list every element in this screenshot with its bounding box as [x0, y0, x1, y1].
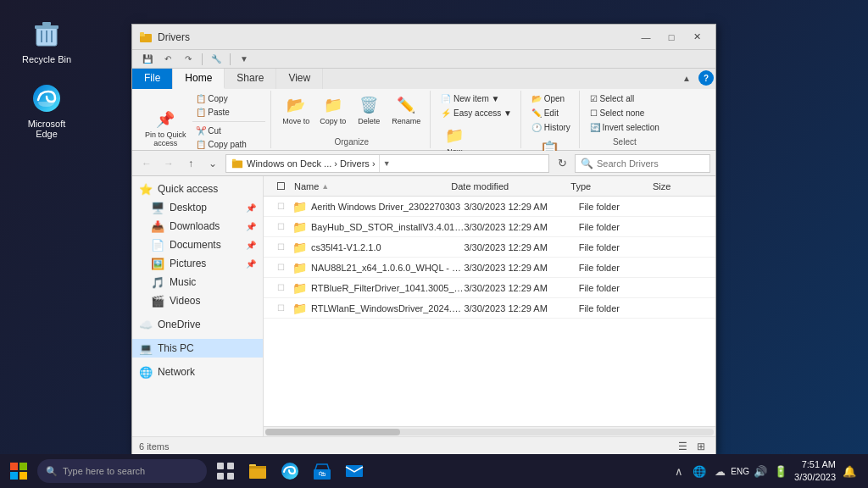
language-tray-icon[interactable]: ENG: [732, 463, 748, 480]
minimize-button[interactable]: —: [634, 28, 658, 47]
onedrive-tray-icon[interactable]: ☁: [711, 463, 728, 480]
store-taskbar-button[interactable]: 🛍: [307, 456, 337, 486]
invert-selection-button[interactable]: 🔄 Invert selection: [587, 121, 663, 134]
refresh-button[interactable]: ↻: [553, 154, 571, 173]
mail-taskbar-button[interactable]: [339, 456, 370, 486]
qa-undo-button[interactable]: ↶: [159, 52, 176, 67]
nav-music[interactable]: 🎵 Music: [132, 273, 263, 291]
header-checkbox[interactable]: ☐: [276, 180, 286, 192]
taskbar-search-icon: 🔍: [46, 466, 58, 477]
nav-downloads[interactable]: 📥 Downloads 📌: [132, 217, 263, 236]
nav-this-pc[interactable]: 💻 This PC: [132, 339, 263, 358]
battery-tray-icon[interactable]: 🔋: [772, 463, 789, 480]
qa-properties-button[interactable]: 🔧: [208, 52, 225, 67]
rename-button[interactable]: ✏️ Rename: [387, 92, 425, 128]
details-view-button[interactable]: ☰: [675, 439, 690, 454]
svg-rect-13: [19, 463, 27, 470]
desktop-nav-icon: 🖥️: [151, 201, 164, 214]
window-title: Drivers: [158, 31, 190, 43]
select-none-button[interactable]: ☐ Select none: [587, 107, 648, 119]
address-dropdown-button[interactable]: ▼: [379, 155, 394, 172]
nav-documents[interactable]: 📄 Documents 📌: [132, 236, 263, 254]
task-view-button[interactable]: [210, 456, 241, 486]
address-box[interactable]: Windows on Deck ... › Drivers › ▼: [225, 154, 549, 173]
maximize-button[interactable]: □: [659, 28, 683, 47]
table-row[interactable]: ☐ 📁 cs35l41-V1.2.1.0 3/30/2023 12:29 AM …: [264, 237, 715, 258]
col-type-header[interactable]: Type: [567, 176, 649, 196]
table-row[interactable]: ☐ 📁 NAU88L21_x64_1.0.6.0_WHQL - DUA ... …: [264, 258, 715, 278]
qa-save-button[interactable]: 💾: [139, 52, 156, 67]
start-button[interactable]: [3, 456, 34, 486]
table-row[interactable]: ☐ 📁 RTLWlanE_WindowsDriver_2024.0.10.1..…: [264, 298, 715, 319]
nav-desktop[interactable]: 🖥️ Desktop 📌: [132, 198, 263, 217]
notification-button[interactable]: 🔔: [841, 463, 858, 480]
table-row[interactable]: ☐ 📁 Aerith Windows Driver_2302270303 3/3…: [264, 197, 715, 217]
svg-rect-2: [42, 22, 51, 25]
copy-button[interactable]: 📋 Copy: [192, 92, 266, 105]
large-icons-view-button[interactable]: ⊞: [693, 439, 709, 454]
ribbon-help-button[interactable]: ?: [698, 70, 714, 86]
table-row[interactable]: ☐ 📁 BayHub_SD_STOR_installV3.4.01.89_W..…: [264, 217, 715, 237]
organize-group: 📂 Move to 📁 Copy to 🗑️ Delete ✏️: [273, 91, 431, 148]
new-item-button[interactable]: 📄 New item ▼: [437, 92, 503, 105]
taskbar-clock[interactable]: 7:51 AM 3/30/2023: [794, 458, 836, 485]
qa-customize-button[interactable]: ▼: [236, 52, 253, 67]
select-all-button[interactable]: ☑ Select all: [587, 92, 637, 105]
ribbon-minimize-button[interactable]: ▲: [678, 70, 695, 86]
nav-videos[interactable]: 🎬 Videos: [132, 291, 263, 310]
cut-button[interactable]: ✂️ Cut: [192, 125, 266, 137]
edge-taskbar-button[interactable]: [275, 456, 305, 486]
nav-pictures[interactable]: 🖼️ Pictures 📌: [132, 254, 263, 273]
easy-access-button[interactable]: ⚡ Easy access ▼: [437, 107, 515, 119]
recycle-bin-icon[interactable]: Recycle Bin: [17, 17, 76, 64]
select-group: ☑ Select all ☐ Select none 🔄 Invert sele…: [581, 91, 668, 148]
col-name-header[interactable]: Name ▲: [291, 176, 448, 196]
ribbon-content: 📌 Pin to Quickaccess 📋 Copy 📋 Paste ✂️ C…: [132, 89, 715, 150]
row-checkbox-2[interactable]: ☐: [270, 242, 291, 252]
tab-file[interactable]: File: [132, 69, 173, 89]
edge-icon[interactable]: MicrosoftEdge: [17, 81, 76, 139]
row-checkbox-0[interactable]: ☐: [270, 202, 291, 211]
system-tray: ∧ 🌐 ☁ ENG 🔊 🔋: [670, 463, 789, 480]
history-button[interactable]: 🕐 History: [528, 121, 574, 134]
edit-button[interactable]: ✏️ Edit: [528, 107, 562, 119]
nav-network[interactable]: 🌐 Network: [132, 363, 263, 381]
search-input[interactable]: [597, 158, 714, 169]
up-button[interactable]: ↑: [181, 154, 200, 173]
volume-tray-icon[interactable]: 🔊: [752, 463, 769, 480]
row-checkbox-1[interactable]: ☐: [270, 222, 291, 231]
nav-quick-access[interactable]: ⭐ Quick access: [132, 180, 263, 198]
tab-home[interactable]: Home: [173, 69, 225, 89]
row-checkbox-3[interactable]: ☐: [270, 263, 291, 272]
network-tray-icon[interactable]: 🌐: [691, 463, 708, 480]
horizontal-scrollbar[interactable]: [264, 426, 715, 436]
forward-button[interactable]: →: [159, 154, 178, 173]
file-date-2: 3/30/2023 12:29 AM: [464, 242, 578, 252]
show-hidden-icons-button[interactable]: ∧: [670, 463, 687, 480]
paste-button[interactable]: 📋 Paste: [192, 106, 266, 119]
file-name-0: Aerith Windows Driver_2302270303: [311, 202, 464, 212]
copy-path-button[interactable]: 📋 Copy path: [192, 138, 266, 151]
tab-view[interactable]: View: [276, 69, 323, 89]
table-row[interactable]: ☐ 📁 RTBlueR_FilterDriver_1041.3005_1201.…: [264, 278, 715, 298]
copy-to-button[interactable]: 📁 Copy to: [315, 92, 350, 128]
back-button[interactable]: ←: [137, 154, 156, 173]
recent-locations-button[interactable]: ⌄: [203, 154, 222, 173]
file-list-header: ☐ Name ▲ Date modified Type Size: [264, 176, 715, 197]
taskbar-search-text: Type here to search: [63, 466, 145, 476]
search-box[interactable]: 🔍: [575, 154, 710, 173]
tab-share[interactable]: Share: [225, 69, 276, 89]
row-checkbox-5[interactable]: ☐: [270, 303, 291, 313]
delete-button[interactable]: 🗑️ Delete: [352, 92, 386, 128]
move-to-button[interactable]: 📂 Move to: [278, 92, 314, 128]
col-date-header[interactable]: Date modified: [448, 176, 567, 196]
file-explorer-taskbar-button[interactable]: [242, 456, 273, 486]
col-size-header[interactable]: Size: [649, 176, 709, 196]
nav-onedrive[interactable]: ☁️ OneDrive: [132, 315, 263, 334]
taskbar-search[interactable]: 🔍 Type here to search: [37, 459, 207, 483]
close-button[interactable]: ✕: [685, 28, 709, 47]
desktop-icons: Recycle Bin MicrosoftEdge: [17, 17, 76, 139]
row-checkbox-4[interactable]: ☐: [270, 283, 291, 292]
open-button[interactable]: 📂 Open: [528, 92, 568, 105]
qa-redo-button[interactable]: ↷: [180, 52, 197, 67]
